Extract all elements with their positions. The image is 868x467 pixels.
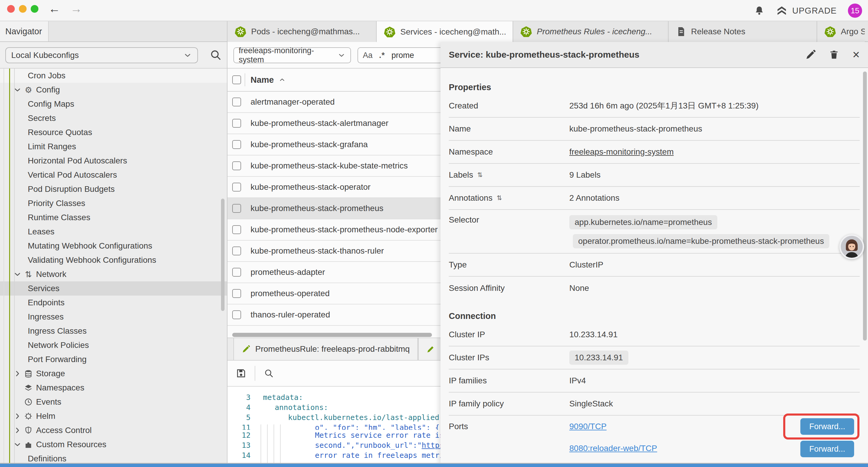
table-row[interactable]: thanos-ruler-operated <box>227 304 440 326</box>
sort-asc-icon <box>279 76 286 83</box>
participant-avatar[interactable] <box>839 234 864 259</box>
table-row-selected[interactable]: kube-prometheus-stack-prometheus <box>227 198 440 219</box>
detail-scrollbar-thumb[interactable] <box>863 71 867 341</box>
select-all-checkbox[interactable] <box>232 76 241 84</box>
sidebar-item-vertical-pod-autoscalers[interactable]: Vertical Pod Autoscalers <box>0 168 227 182</box>
namespace-link[interactable]: freeleaps-monitoring-system <box>569 147 674 157</box>
kubeconfig-select[interactable]: Local Kubeconfigs <box>5 47 198 63</box>
close-icon[interactable]: × <box>852 49 860 60</box>
connection-section-title: Connection <box>449 309 860 323</box>
property-row-created: Created 253d 16h 6m ago (2025年1月13日 GMT+… <box>449 95 860 118</box>
navigator-panel-tab[interactable]: Navigator <box>0 21 49 41</box>
match-case-icon[interactable]: Aa <box>363 51 373 60</box>
table-row[interactable]: kube-prometheus-stack-prometheus-node-ex… <box>227 219 440 241</box>
row-checkbox[interactable] <box>232 204 241 213</box>
sidebar-item-services[interactable]: Services <box>0 282 227 296</box>
regex-icon[interactable]: .* <box>379 51 385 60</box>
sidebar-item-ingress-classes[interactable]: Ingress Classes <box>0 324 227 338</box>
save-icon[interactable] <box>236 368 246 379</box>
sidebar-item-events[interactable]: Events <box>0 395 227 409</box>
sidebar-item-mutating-webhook-configurations[interactable]: Mutating Webhook Configurations <box>0 239 227 253</box>
table-row[interactable]: prometheus-adapter <box>227 262 440 283</box>
cluster-ip-chip: 10.233.14.91 <box>569 351 628 365</box>
sidebar-item-cron-jobs[interactable]: Cron Jobs <box>0 68 227 83</box>
horizontal-scrollbar-thumb[interactable] <box>232 333 432 337</box>
upgrade-button[interactable]: UPGRADE <box>776 5 837 16</box>
trash-icon[interactable] <box>829 49 840 60</box>
table-row[interactable]: kube-prometheus-stack-operator <box>227 177 440 198</box>
maximize-window-button[interactable] <box>31 5 38 13</box>
table-header: Name <box>227 68 440 92</box>
sidebar-item-access-control[interactable]: Access Control <box>0 423 227 437</box>
edit-pencil-icon[interactable] <box>805 49 816 60</box>
row-checkbox[interactable] <box>232 97 241 107</box>
sidebar-item-priority-classes[interactable]: Priority Classes <box>0 196 227 210</box>
sidebar-scrollbar[interactable] <box>221 199 224 311</box>
table-row[interactable]: kube-prometheus-stack-kube-state-metrics <box>227 155 440 177</box>
row-checkbox[interactable] <box>232 140 241 149</box>
close-window-button[interactable] <box>7 5 15 13</box>
tab-prometheus-rules[interactable]: Prometheus Rules - icecheng... <box>513 21 669 42</box>
minimize-window-button[interactable] <box>19 5 27 13</box>
row-checkbox[interactable] <box>232 268 241 276</box>
search-icon[interactable] <box>209 49 222 61</box>
sidebar-item-network[interactable]: ⇅ Network <box>0 267 227 282</box>
forward-button[interactable]: → <box>70 2 82 16</box>
sidebar-item-ingresses[interactable]: Ingresses <box>0 310 227 324</box>
sidebar-item-resource-quotas[interactable]: Resource Quotas <box>0 125 227 140</box>
tab-services-active[interactable]: Services - icecheng@math... × <box>377 21 513 42</box>
properties-section-title: Properties <box>449 80 860 95</box>
editor-tab-prometheusrule[interactable]: PrometheusRule: freeleaps-prod-rabbitmq <box>234 338 418 360</box>
sidebar-item-network-policies[interactable]: Network Policies <box>0 338 227 352</box>
forward-port-button[interactable]: Forward... <box>800 441 854 457</box>
tab-argo[interactable]: Argo Se <box>817 21 865 42</box>
name-column-header[interactable]: Name <box>251 75 286 85</box>
layers-icon <box>24 383 33 392</box>
sidebar-item-endpoints[interactable]: Endpoints <box>0 296 227 310</box>
sidebar-item-pod-disruption-budgets[interactable]: Pod Disruption Budgets <box>0 182 227 196</box>
namespace-select[interactable]: freeleaps-monitoring-system <box>234 47 351 63</box>
table-row[interactable]: kube-prometheus-stack-thanos-ruler <box>227 241 440 262</box>
row-checkbox[interactable] <box>232 246 241 255</box>
sidebar-item-port-forwarding[interactable]: Port Forwarding <box>0 352 227 367</box>
editor-toolbar <box>227 360 440 386</box>
table-row[interactable]: kube-prometheus-stack-alertmanager <box>227 113 440 134</box>
tab-pods[interactable]: Pods - icecheng@mathmas... <box>227 21 377 42</box>
sidebar-item-storage[interactable]: Storage <box>0 367 227 381</box>
expand-updown-icon[interactable]: ⇅ <box>497 194 502 202</box>
code-url-link[interactable]: https://net <box>422 441 440 449</box>
search-icon[interactable] <box>264 368 274 379</box>
yaml-editor[interactable]: 3metadata: 4annotations: 5kubectl.kubern… <box>227 386 440 467</box>
notification-count-badge[interactable]: 15 <box>848 4 862 18</box>
row-checkbox[interactable] <box>232 225 241 234</box>
tab-label: Pods - icecheng@mathmas... <box>251 27 360 36</box>
sidebar-item-leases[interactable]: Leases <box>0 225 227 239</box>
table-row[interactable]: kube-prometheus-stack-grafana <box>227 134 440 155</box>
sidebar-item-config-maps[interactable]: Config Maps <box>0 97 227 111</box>
horizontal-scrollbar[interactable] <box>227 332 440 338</box>
row-checkbox[interactable] <box>232 119 241 128</box>
sidebar-item-namespaces[interactable]: Namespaces <box>0 381 227 395</box>
filter-input[interactable]: Aa .* prome <box>358 47 440 63</box>
sidebar-item-limit-ranges[interactable]: Limit Ranges <box>0 140 227 154</box>
sidebar-item-helm[interactable]: Helm <box>0 409 227 423</box>
sidebar-item-validating-webhook-configurations[interactable]: Validating Webhook Configurations <box>0 253 227 267</box>
editor-tab-partial[interactable] <box>418 338 437 360</box>
table-row[interactable]: alertmanager-operated <box>227 92 440 113</box>
sidebar-item-custom-resources[interactable]: Custom Resources <box>0 437 227 451</box>
sidebar-item-secrets[interactable]: Secrets <box>0 111 227 125</box>
row-checkbox[interactable] <box>232 310 241 319</box>
table-row[interactable]: prometheus-operated <box>227 283 440 304</box>
row-checkbox[interactable] <box>232 289 241 298</box>
tab-release-notes[interactable]: Release Notes <box>669 21 817 42</box>
notifications-bell-icon[interactable] <box>754 5 765 16</box>
sidebar-item-config[interactable]: ⚙ Config <box>0 83 227 97</box>
back-button[interactable]: ← <box>49 2 60 16</box>
port-link[interactable]: 9090/TCP <box>569 422 607 431</box>
sidebar-item-horizontal-pod-autoscalers[interactable]: Horizontal Pod Autoscalers <box>0 154 227 168</box>
row-checkbox[interactable] <box>232 162 241 170</box>
port-link[interactable]: 8080:reloader-web/TCP <box>569 444 657 453</box>
sidebar-item-runtime-classes[interactable]: Runtime Classes <box>0 210 227 225</box>
row-checkbox[interactable] <box>232 183 241 192</box>
expand-updown-icon[interactable]: ⇅ <box>477 171 483 179</box>
